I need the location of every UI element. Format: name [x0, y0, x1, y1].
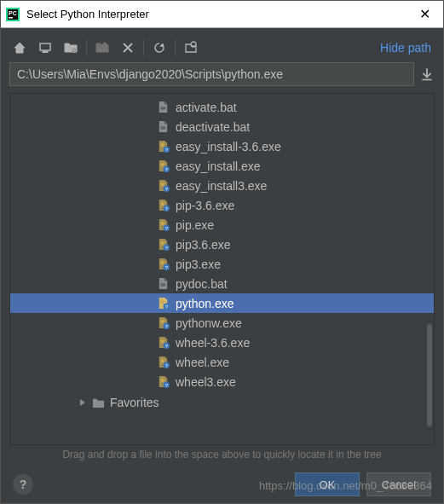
svg-text:?: ?: [165, 167, 168, 172]
scrollbar[interactable]: [427, 324, 432, 426]
file-name: pip.exe: [176, 218, 214, 232]
folder-icon: [92, 397, 105, 408]
favorites-label: Favorites: [110, 396, 159, 409]
file-name: pip3.6.exe: [176, 238, 231, 252]
toolbar-divider: [175, 40, 176, 55]
desktop-icon[interactable]: [38, 41, 52, 55]
svg-text:PC: PC: [9, 10, 17, 16]
exe-file-icon: ?: [157, 159, 170, 172]
exe-file-icon: ?: [157, 179, 170, 192]
file-row[interactable]: ?pip-3.6.exe: [10, 195, 434, 215]
bat-file-icon: [157, 277, 170, 290]
exe-file-icon: ?: [157, 258, 170, 270]
download-icon[interactable]: [419, 67, 435, 82]
svg-text:?: ?: [165, 363, 168, 368]
home-icon[interactable]: [13, 41, 26, 55]
svg-text:?: ?: [165, 344, 168, 349]
delete-icon[interactable]: [121, 41, 135, 55]
file-name: deactivate.bat: [176, 120, 250, 134]
svg-text:?: ?: [165, 246, 168, 251]
file-name: wheel.exe: [176, 356, 229, 369]
toolbar: Hide path: [9, 37, 435, 62]
project-folder-icon[interactable]: [64, 41, 78, 55]
file-row[interactable]: ?pip.exe: [10, 215, 434, 235]
exe-file-icon: ?: [157, 238, 170, 251]
window-close-button[interactable]: ✕: [411, 6, 438, 22]
svg-rect-12: [161, 107, 166, 108]
file-row[interactable]: ?easy_install.exe: [10, 156, 434, 176]
file-name: pip-3.6.exe: [176, 199, 234, 212]
svg-rect-9: [102, 44, 107, 46]
svg-text:?: ?: [165, 383, 168, 388]
chevron-right-icon: [78, 398, 87, 407]
favorites-row[interactable]: Favorites: [10, 393, 434, 412]
file-name: wheel3.exe: [176, 375, 236, 389]
file-name: pydoc.bat: [176, 277, 228, 291]
exe-file-icon: ?: [157, 140, 170, 153]
window-title: Select Python Interpreter: [26, 8, 411, 20]
file-row[interactable]: ?python.exe: [10, 293, 434, 313]
path-input[interactable]: [9, 62, 414, 86]
drop-hint: Drag and drop a file into the space abov…: [9, 445, 435, 467]
file-name: pip3.exe: [176, 258, 221, 271]
svg-rect-5: [43, 51, 48, 53]
bat-file-icon: [157, 120, 170, 133]
refresh-icon[interactable]: [153, 41, 166, 55]
svg-text:?: ?: [165, 304, 168, 310]
file-name: activate.bat: [176, 101, 237, 114]
exe-file-icon: ?: [157, 336, 170, 349]
svg-rect-4: [40, 43, 50, 50]
show-hidden-icon[interactable]: [184, 41, 198, 55]
file-row[interactable]: ?wheel3.exe: [10, 372, 434, 391]
file-row[interactable]: ?easy_install-3.6.exe: [10, 136, 434, 156]
svg-rect-37: [161, 284, 166, 285]
svg-rect-13: [161, 108, 166, 109]
svg-rect-2: [9, 17, 13, 19]
file-row[interactable]: ?wheel.exe: [10, 352, 434, 372]
svg-rect-15: [161, 128, 166, 129]
toolbar-divider: [143, 40, 144, 55]
file-row[interactable]: ?pip3.6.exe: [10, 235, 434, 254]
svg-text:?: ?: [165, 148, 168, 153]
svg-text:?: ?: [165, 206, 168, 211]
svg-rect-11: [422, 79, 431, 81]
exe-file-icon: ?: [157, 218, 170, 231]
file-name: easy_install-3.6.exe: [176, 140, 281, 154]
exe-file-icon: ?: [157, 316, 170, 329]
pycharm-logo-icon: PC: [6, 8, 20, 21]
svg-text:?: ?: [165, 226, 168, 231]
file-name: wheel-3.6.exe: [176, 336, 250, 350]
file-tree: activate.batdeactivate.bat?easy_install-…: [9, 93, 435, 445]
file-name: pythonw.exe: [176, 316, 242, 330]
svg-rect-14: [161, 127, 166, 128]
exe-file-icon: ?: [157, 356, 170, 368]
svg-rect-38: [161, 285, 166, 286]
file-name: python.exe: [176, 297, 234, 310]
file-row[interactable]: ?pythonw.exe: [10, 313, 434, 333]
svg-rect-7: [73, 49, 75, 51]
file-row[interactable]: deactivate.bat: [10, 117, 434, 136]
ok-button[interactable]: OK: [295, 472, 360, 496]
svg-text:?: ?: [165, 324, 168, 329]
file-row[interactable]: ?easy_install3.exe: [10, 176, 434, 195]
new-folder-icon[interactable]: [95, 41, 109, 55]
file-row[interactable]: ?wheel-3.6.exe: [10, 333, 434, 352]
file-row[interactable]: pydoc.bat: [10, 274, 434, 293]
svg-text:?: ?: [165, 187, 168, 192]
toolbar-divider: [86, 40, 87, 55]
exe-file-icon: ?: [157, 375, 170, 388]
file-row[interactable]: activate.bat: [10, 97, 434, 117]
titlebar: PC Select Python Interpreter ✕: [1, 1, 443, 28]
cancel-button[interactable]: Cancel: [366, 472, 431, 496]
bat-file-icon: [157, 101, 170, 113]
svg-text:?: ?: [165, 265, 168, 270]
exe-file-icon: ?: [157, 199, 170, 211]
file-name: easy_install3.exe: [176, 179, 267, 193]
help-button[interactable]: ?: [13, 474, 33, 495]
file-row[interactable]: ?pip3.exe: [10, 254, 434, 274]
exe-file-icon: ?: [157, 297, 170, 310]
file-name: easy_install.exe: [176, 159, 261, 173]
hide-path-link[interactable]: Hide path: [380, 41, 431, 55]
